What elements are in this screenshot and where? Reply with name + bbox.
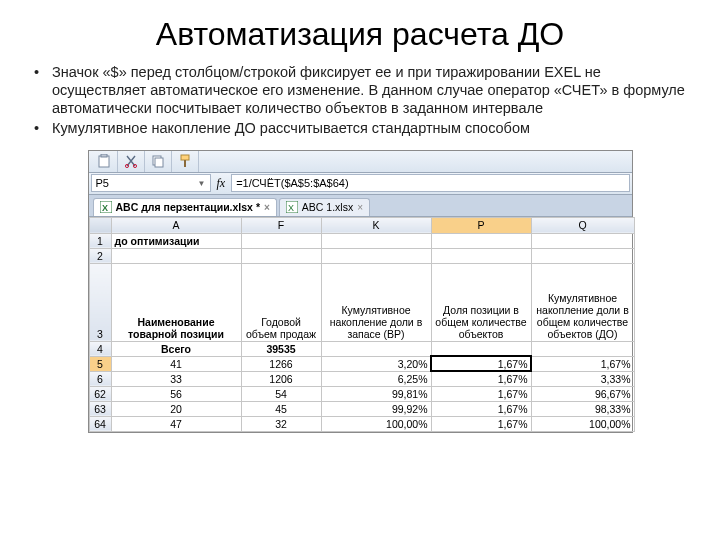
cell[interactable]: 33 <box>111 371 241 386</box>
formula-input[interactable]: =1/СЧЁТ($A$5:$A$64) <box>231 174 629 192</box>
excel-file-icon: X <box>286 201 298 213</box>
col-header[interactable]: P <box>431 217 531 233</box>
row-header[interactable]: 6 <box>89 371 111 386</box>
bullet-list: Значок «$» перед столбцом/строкой фиксир… <box>28 63 692 138</box>
select-all-corner[interactable] <box>89 217 111 233</box>
cell[interactable]: 45 <box>241 401 321 416</box>
cell[interactable]: 1,67% <box>431 371 531 386</box>
cell[interactable]: 20 <box>111 401 241 416</box>
cell[interactable]: 1266 <box>241 356 321 371</box>
paste-icon[interactable] <box>91 151 118 172</box>
cell[interactable] <box>321 341 431 356</box>
cell[interactable]: Наименование товарной позиции <box>111 263 241 341</box>
cell[interactable]: 1,67% <box>531 356 634 371</box>
table-row: 1 до оптимизации <box>89 233 634 248</box>
svg-rect-7 <box>184 160 186 167</box>
row-header[interactable]: 2 <box>89 248 111 263</box>
bullet-item: Кумулятивное накопление ДО рассчитываетс… <box>52 119 692 137</box>
svg-rect-1 <box>101 154 107 157</box>
format-painter-icon[interactable] <box>172 151 199 172</box>
cell[interactable] <box>431 248 531 263</box>
cell[interactable]: 6,25% <box>321 371 431 386</box>
table-row: 3 Наименование товарной позиции Годовой … <box>89 263 634 341</box>
cell[interactable] <box>241 248 321 263</box>
cell[interactable] <box>241 233 321 248</box>
cell[interactable]: 32 <box>241 416 321 431</box>
table-row: 63 20 45 99,92% 1,67% 98,33% <box>89 401 634 416</box>
column-header-row: A F K P Q <box>89 217 634 233</box>
row-header[interactable]: 3 <box>89 263 111 341</box>
cell[interactable]: 98,33% <box>531 401 634 416</box>
page-title: Автоматизация расчета ДО <box>28 16 692 53</box>
cell[interactable]: 56 <box>111 386 241 401</box>
col-header[interactable]: A <box>111 217 241 233</box>
row-header[interactable]: 62 <box>89 386 111 401</box>
row-header[interactable]: 1 <box>89 233 111 248</box>
table-row: 5 41 1266 3,20% 1,67% 1,67% <box>89 356 634 371</box>
toolbar <box>89 151 632 173</box>
row-header[interactable]: 64 <box>89 416 111 431</box>
table-row: 2 <box>89 248 634 263</box>
cell[interactable] <box>531 341 634 356</box>
close-icon[interactable]: × <box>264 202 270 213</box>
active-cell[interactable]: 1,67% <box>431 356 531 371</box>
col-header[interactable]: Q <box>531 217 634 233</box>
dropdown-icon[interactable]: ▼ <box>198 179 206 188</box>
table-row: 64 47 32 100,00% 1,67% 100,00% <box>89 416 634 431</box>
cell[interactable]: 1,67% <box>431 386 531 401</box>
cell[interactable]: 39535 <box>241 341 321 356</box>
row-header[interactable]: 63 <box>89 401 111 416</box>
cell[interactable] <box>111 248 241 263</box>
cell[interactable] <box>431 233 531 248</box>
svg-text:X: X <box>102 203 108 213</box>
cell[interactable]: 96,67% <box>531 386 634 401</box>
excel-screenshot: P5 ▼ fx =1/СЧЁТ($A$5:$A$64) X ABC для пе… <box>88 150 633 433</box>
name-box[interactable]: P5 ▼ <box>91 174 211 192</box>
cell[interactable] <box>531 233 634 248</box>
cell[interactable]: 47 <box>111 416 241 431</box>
cell[interactable]: Кумулятивное накопление доли в запасе (В… <box>321 263 431 341</box>
svg-rect-0 <box>99 156 109 167</box>
cell[interactable]: до оптимизации <box>111 233 241 248</box>
row-header[interactable]: 5 <box>89 356 111 371</box>
workbook-tab[interactable]: X ABC 1.xlsx × <box>279 198 370 216</box>
cell[interactable] <box>321 248 431 263</box>
excel-file-icon: X <box>100 201 112 213</box>
workbook-tabbar: X ABC для перзентации.xlsx * × X ABC 1.x… <box>89 195 632 217</box>
row-header[interactable]: 4 <box>89 341 111 356</box>
cell[interactable] <box>321 233 431 248</box>
copy-icon[interactable] <box>145 151 172 172</box>
workbook-tab[interactable]: X ABC для перзентации.xlsx * × <box>93 198 277 216</box>
cell[interactable]: Всего <box>111 341 241 356</box>
col-header[interactable]: K <box>321 217 431 233</box>
cell[interactable]: 100,00% <box>531 416 634 431</box>
svg-rect-5 <box>155 158 163 167</box>
svg-rect-6 <box>181 155 189 160</box>
cell[interactable]: 1206 <box>241 371 321 386</box>
cell[interactable]: 100,00% <box>321 416 431 431</box>
close-icon[interactable]: × <box>357 202 363 213</box>
spreadsheet-grid[interactable]: A F K P Q 1 до оптимизации <box>89 217 632 432</box>
cell[interactable]: 99,81% <box>321 386 431 401</box>
table-row: 6 33 1206 6,25% 1,67% 3,33% <box>89 371 634 386</box>
cell[interactable]: 41 <box>111 356 241 371</box>
cell[interactable]: 99,92% <box>321 401 431 416</box>
cell[interactable]: Кумулятивное накопление доли в общем кол… <box>531 263 634 341</box>
cell[interactable]: 1,67% <box>431 401 531 416</box>
fx-button[interactable]: fx <box>217 176 226 191</box>
cell[interactable]: 1,67% <box>431 416 531 431</box>
cell[interactable]: 3,33% <box>531 371 634 386</box>
table-row: 4 Всего 39535 <box>89 341 634 356</box>
name-box-value: P5 <box>96 177 109 189</box>
cell[interactable]: Доля позиции в общем количестве объектов <box>431 263 531 341</box>
cell[interactable]: 54 <box>241 386 321 401</box>
workbook-tab-label: ABC 1.xlsx <box>302 201 353 213</box>
bullet-item: Значок «$» перед столбцом/строкой фиксир… <box>52 63 692 117</box>
cell[interactable]: Годовой объем продаж <box>241 263 321 341</box>
col-header[interactable]: F <box>241 217 321 233</box>
cut-icon[interactable] <box>118 151 145 172</box>
cell[interactable] <box>531 248 634 263</box>
table-row: 62 56 54 99,81% 1,67% 96,67% <box>89 386 634 401</box>
cell[interactable]: 3,20% <box>321 356 431 371</box>
cell[interactable] <box>431 341 531 356</box>
